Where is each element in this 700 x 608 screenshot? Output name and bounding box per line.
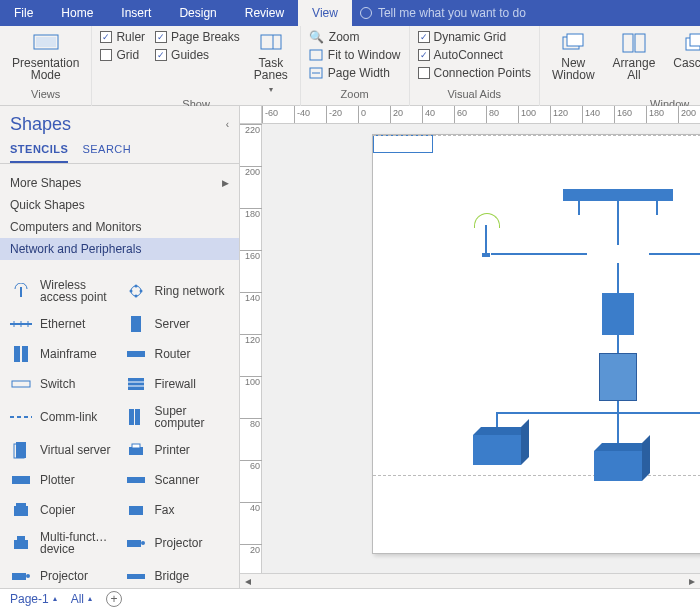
connector[interactable]	[496, 412, 618, 414]
connector[interactable]	[617, 335, 619, 353]
stencil-more-shapes[interactable]: More Shapes▶	[0, 172, 239, 194]
page-width-button[interactable]: Page Width	[309, 66, 401, 80]
taskpanes-label: Task Panes	[254, 57, 288, 81]
shape-label: Projector	[40, 570, 88, 582]
shape-server[interactable]: Server	[121, 310, 234, 338]
cascade-button[interactable]: Cascade	[669, 30, 700, 71]
search-tab[interactable]: SEARCH	[82, 143, 131, 163]
page	[372, 134, 700, 554]
ruler-checkbox[interactable]: ✓Ruler	[100, 30, 145, 44]
svg-rect-40	[132, 444, 140, 448]
connector[interactable]	[578, 201, 580, 215]
svg-rect-48	[127, 540, 141, 547]
shape-copier[interactable]: Copier	[6, 496, 119, 524]
ruler-tick: 20	[390, 106, 403, 124]
guide-line[interactable]	[373, 475, 700, 476]
shape-wireless-access-point[interactable]: Wireless access point	[6, 274, 119, 308]
shape-label: Multi-funct… device	[40, 531, 115, 555]
svg-rect-27	[14, 346, 20, 362]
shape-fax[interactable]: Fax	[121, 496, 234, 524]
router-shape[interactable]	[373, 135, 433, 153]
new-window-button[interactable]: New Window	[548, 30, 599, 83]
zoom-button[interactable]: 🔍Zoom	[309, 30, 401, 44]
add-page-button[interactable]: +	[106, 591, 122, 607]
connector[interactable]	[649, 253, 700, 255]
guides-checkbox[interactable]: ✓Guides	[155, 48, 240, 62]
horizontal-ruler[interactable]: -60-40-20020406080100120140160180200	[262, 106, 700, 124]
shape-multi-funct-device[interactable]: Multi-funct… device	[6, 526, 119, 560]
horizontal-scrollbar[interactable]: ◂ ▸	[240, 573, 700, 588]
ruler-tick: 160	[614, 106, 632, 124]
dynamic-grid-checkbox[interactable]: ✓Dynamic Grid	[418, 30, 531, 44]
shape-mainframe[interactable]: Mainframe	[6, 340, 119, 368]
connector[interactable]	[617, 263, 619, 293]
page-selector[interactable]: Page-1▴	[10, 592, 57, 606]
scroll-left-button[interactable]: ◂	[240, 574, 256, 588]
svg-rect-46	[14, 540, 28, 549]
connection-points-checkbox[interactable]: Connection Points	[418, 66, 531, 80]
autoconnect-label: AutoConnect	[434, 48, 503, 62]
shape-scanner[interactable]: Scanner	[121, 466, 234, 494]
svg-rect-52	[127, 574, 145, 579]
vertical-ruler[interactable]: 22020018016014012010080604020	[240, 124, 262, 573]
ruler-tick: 60	[240, 460, 262, 471]
shape-projector[interactable]: Projector	[121, 526, 234, 560]
shape-plotter[interactable]: Plotter	[6, 466, 119, 494]
shape-router[interactable]: Router	[121, 340, 234, 368]
shape-virtual-server[interactable]: Virtual server	[6, 436, 119, 464]
mainframe-shape[interactable]	[599, 353, 637, 401]
connector[interactable]	[618, 412, 700, 414]
ruler-tick: 140	[582, 106, 600, 124]
storage-shape[interactable]	[594, 451, 642, 481]
tab-home[interactable]: Home	[47, 0, 107, 26]
shape-icon	[125, 441, 147, 459]
shape-label: Ethernet	[40, 318, 85, 330]
all-pages[interactable]: All▴	[71, 592, 92, 606]
stencil-computers[interactable]: Computers and Monitors	[0, 216, 239, 238]
task-panes-button[interactable]: Task Panes▾	[250, 30, 292, 98]
wireless-shape[interactable]	[485, 225, 487, 255]
connector[interactable]	[491, 253, 587, 255]
ruler-tick: 100	[518, 106, 536, 124]
stencils-tab[interactable]: STENCILS	[10, 143, 68, 163]
connection-label: Connection Points	[434, 66, 531, 80]
server-shape[interactable]	[602, 293, 634, 335]
shape-label: Virtual server	[40, 444, 110, 456]
presentation-mode-button[interactable]: Presentation Mode	[8, 30, 83, 83]
bulb-icon	[360, 7, 372, 19]
autoconnect-checkbox[interactable]: ✓AutoConnect	[418, 48, 531, 62]
shape-printer[interactable]: Printer	[121, 436, 234, 464]
tab-view[interactable]: View	[298, 0, 352, 26]
tell-me-search[interactable]: Tell me what you want to do	[360, 6, 526, 20]
collapse-button[interactable]: ‹	[226, 119, 229, 130]
ruler-tick: 20	[240, 544, 262, 555]
shape-comm-link[interactable]: Comm-link	[6, 400, 119, 434]
stencil-network[interactable]: Network and Peripherals	[0, 238, 239, 260]
menu-tabs: File Home Insert Design Review View Tell…	[0, 0, 700, 26]
hub-shape[interactable]	[563, 189, 673, 201]
tab-insert[interactable]: Insert	[107, 0, 165, 26]
arrange-all-button[interactable]: Arrange All	[609, 30, 660, 83]
shape-projector[interactable]: Projector	[6, 562, 119, 588]
fit-window-button[interactable]: Fit to Window	[309, 48, 401, 62]
svg-point-51	[26, 574, 30, 578]
tab-review[interactable]: Review	[231, 0, 298, 26]
shape-ethernet[interactable]: Ethernet	[6, 310, 119, 338]
grid-checkbox[interactable]: Grid	[100, 48, 145, 62]
shape-switch[interactable]: Switch	[6, 370, 119, 398]
group-views-label: Views	[8, 88, 83, 102]
drawing-canvas[interactable]	[262, 124, 700, 573]
pagebreaks-checkbox[interactable]: ✓Page Breaks	[155, 30, 240, 44]
scroll-right-button[interactable]: ▸	[684, 574, 700, 588]
connector[interactable]	[617, 201, 619, 245]
connector[interactable]	[656, 201, 658, 215]
stencil-quick-shapes[interactable]: Quick Shapes	[0, 194, 239, 216]
shape-firewall[interactable]: Firewall	[121, 370, 234, 398]
shape-super-computer[interactable]: Super computer	[121, 400, 234, 434]
storage-shape[interactable]	[473, 435, 521, 465]
tab-design[interactable]: Design	[165, 0, 230, 26]
shape-ring-network[interactable]: Ring network	[121, 274, 234, 308]
tab-file[interactable]: File	[0, 0, 47, 26]
shape-bridge[interactable]: Bridge	[121, 562, 234, 588]
guide-line[interactable]	[373, 135, 700, 136]
